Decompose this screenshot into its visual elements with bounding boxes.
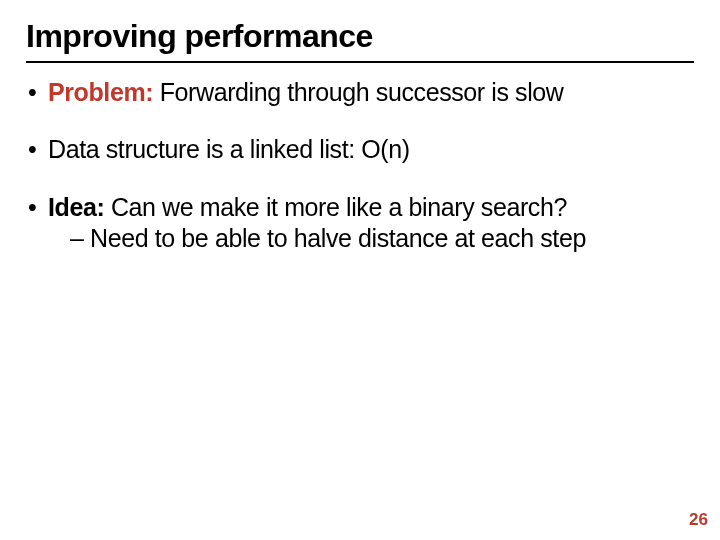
slide-title: Improving performance [26,18,694,55]
page-number: 26 [689,510,708,530]
bullet-datastructure: Data structure is a linked list: O(n) [26,134,694,165]
bullet-idea-text: Can we make it more like a binary search… [104,193,567,221]
bullet-list: Problem: Forwarding through successor is… [26,77,694,254]
bullet-idea-subline: – Need to be able to halve distance at e… [48,223,694,254]
bullet-problem: Problem: Forwarding through successor is… [26,77,694,108]
problem-label: Problem: [48,78,153,106]
slide: Improving performance Problem: Forwardin… [0,0,720,540]
idea-label: Idea: [48,193,104,221]
bullet-datastructure-text: Data structure is a linked list: O(n) [48,135,410,163]
title-divider [26,61,694,63]
bullet-idea: Idea: Can we make it more like a binary … [26,192,694,255]
bullet-problem-text: Forwarding through successor is slow [153,78,563,106]
